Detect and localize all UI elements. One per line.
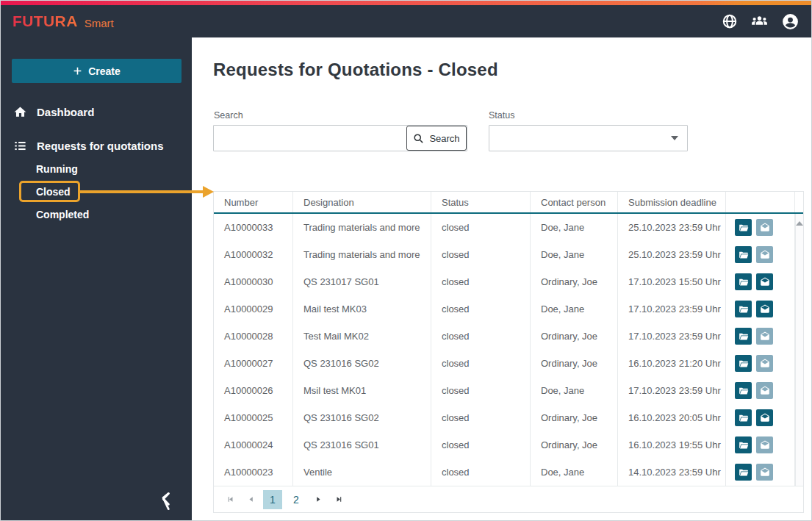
table-scrollbar[interactable] bbox=[795, 214, 803, 486]
sidebar-item-label: Requests for quotations bbox=[37, 140, 164, 152]
open-folder-button[interactable] bbox=[735, 301, 752, 317]
column-header-designation[interactable]: Designation bbox=[293, 192, 431, 212]
sidebar-subitem-running[interactable]: Running bbox=[1, 159, 192, 179]
annotation-arrow-line bbox=[79, 190, 203, 193]
open-folder-button[interactable] bbox=[735, 464, 752, 481]
open-folder-button[interactable] bbox=[735, 409, 752, 426]
table-row[interactable]: A10000023 Ventile closed Doe, Jane 14.10… bbox=[214, 459, 803, 486]
open-quotation-mail-button[interactable] bbox=[756, 301, 773, 317]
status-label: Status bbox=[489, 110, 514, 121]
collapse-sidebar-button[interactable] bbox=[157, 487, 176, 511]
status-select[interactable] bbox=[489, 125, 688, 151]
cell-submission-deadline: 16.10.2023 21:20 Uhr bbox=[618, 350, 726, 377]
open-folder-button[interactable] bbox=[735, 382, 752, 399]
page-button-1[interactable]: 1 bbox=[263, 490, 282, 509]
cell-contact-person: Doe, Jane bbox=[531, 377, 618, 404]
cell-number: A10000024 bbox=[214, 431, 293, 459]
cell-submission-deadline: 17.10.2023 23:59 Uhr bbox=[618, 323, 726, 350]
open-quotation-mail-button[interactable] bbox=[756, 273, 773, 290]
page-button-2[interactable]: 2 bbox=[287, 490, 306, 509]
table-row[interactable]: A10000033 Trading materials and more clo… bbox=[214, 214, 803, 241]
open-folder-button[interactable] bbox=[735, 328, 752, 345]
sidebar-item-dashboard[interactable]: Dashboard bbox=[1, 101, 192, 123]
sidebar-item-requests-for-quotations[interactable]: Requests for quotations bbox=[1, 134, 192, 157]
table-row[interactable]: A10000026 Msil test MK01 closed Doe, Jan… bbox=[214, 377, 803, 404]
column-header-contact-person[interactable]: Contact person bbox=[531, 192, 618, 212]
cell-status: closed bbox=[431, 431, 531, 459]
cell-designation: QS 231016 SG01 bbox=[293, 431, 431, 459]
globe-icon[interactable] bbox=[722, 13, 738, 29]
chevron-down-icon bbox=[671, 136, 678, 140]
cell-actions bbox=[726, 404, 795, 431]
create-button-label: Create bbox=[88, 65, 121, 77]
open-quotation-mail-button[interactable] bbox=[756, 382, 773, 399]
annotation-arrow-head bbox=[203, 186, 214, 198]
cell-status: closed bbox=[431, 404, 531, 431]
app-header: FUTURA Smart bbox=[1, 5, 811, 37]
column-header-submission-deadline[interactable]: Submission deadline bbox=[618, 192, 726, 212]
sidebar-subitem-label: Completed bbox=[36, 209, 89, 220]
cell-actions bbox=[726, 377, 795, 404]
page-title: Requests for Quotations - Closed bbox=[213, 60, 498, 80]
open-quotation-mail-button[interactable] bbox=[756, 246, 773, 263]
column-header-number[interactable]: Number bbox=[214, 192, 293, 212]
cell-status: closed bbox=[431, 323, 531, 350]
column-header-status[interactable]: Status bbox=[431, 192, 531, 212]
open-folder-button[interactable] bbox=[735, 246, 752, 263]
cell-submission-deadline: 17.10.2023 23:59 Uhr bbox=[618, 295, 726, 323]
open-quotation-mail-button[interactable] bbox=[756, 464, 773, 481]
cell-submission-deadline: 14.10.2023 23:59 Uhr bbox=[618, 459, 726, 486]
open-folder-button[interactable] bbox=[735, 219, 752, 236]
create-button[interactable]: Create bbox=[12, 59, 182, 83]
table-row[interactable]: A10000027 QS 231016 SG02 closed Ordinary… bbox=[214, 350, 803, 377]
pagination: 12 bbox=[214, 486, 803, 512]
sidebar-subitem-label: Running bbox=[36, 163, 78, 175]
open-folder-button[interactable] bbox=[735, 436, 752, 453]
scroll-up-icon[interactable] bbox=[796, 221, 803, 226]
users-icon[interactable] bbox=[750, 12, 769, 31]
open-folder-button[interactable] bbox=[735, 355, 752, 372]
open-quotation-mail-button[interactable] bbox=[756, 355, 773, 372]
app-logo-suffix: Smart bbox=[85, 17, 114, 29]
account-icon[interactable] bbox=[781, 12, 800, 31]
table-row[interactable]: A10000029 Mail test MK03 closed Doe, Jan… bbox=[214, 295, 803, 323]
cell-status: closed bbox=[431, 214, 531, 241]
table-row[interactable]: A10000028 Test Mail MK02 closed Ordinary… bbox=[214, 323, 803, 350]
cell-status: closed bbox=[431, 295, 531, 323]
cell-number: A10000023 bbox=[214, 459, 293, 486]
cell-actions bbox=[726, 350, 795, 377]
search-button[interactable]: Search bbox=[406, 126, 467, 151]
open-folder-button[interactable] bbox=[735, 273, 752, 290]
open-quotation-mail-button[interactable] bbox=[756, 328, 773, 345]
cell-contact-person: Ordinary, Joe bbox=[531, 431, 618, 459]
cell-actions bbox=[726, 268, 795, 295]
cell-submission-deadline: 17.10.2023 15:50 Uhr bbox=[618, 268, 726, 295]
cell-designation: Trading materials and more bbox=[293, 214, 431, 241]
cell-contact-person: Doe, Jane bbox=[531, 459, 618, 486]
table-row[interactable]: A10000030 QS 231017 SG01 closed Ordinary… bbox=[214, 268, 803, 295]
cell-contact-person: Ordinary, Joe bbox=[531, 404, 618, 431]
cell-contact-person: Doe, Jane bbox=[531, 214, 618, 241]
app-logo: FUTURA bbox=[12, 12, 78, 30]
table-body: A10000033 Trading materials and more clo… bbox=[214, 214, 803, 486]
chevron-left-icon bbox=[157, 487, 176, 511]
cell-actions bbox=[726, 295, 795, 323]
first-page-button[interactable] bbox=[222, 492, 238, 508]
quotations-table: Number Designation Status Contact person… bbox=[213, 191, 804, 513]
cell-submission-deadline: 25.10.2023 23:59 Uhr bbox=[618, 214, 726, 241]
cell-actions bbox=[726, 214, 795, 241]
next-page-button[interactable] bbox=[310, 492, 326, 508]
open-quotation-mail-button[interactable] bbox=[756, 436, 773, 453]
last-page-button[interactable] bbox=[331, 492, 347, 508]
previous-page-button[interactable] bbox=[242, 492, 259, 508]
cell-designation: Mail test MK03 bbox=[293, 295, 431, 323]
sidebar-subitem-completed[interactable]: Completed bbox=[1, 204, 192, 225]
table-row[interactable]: A10000024 QS 231016 SG01 closed Ordinary… bbox=[214, 431, 803, 459]
cell-designation: QS 231017 SG01 bbox=[293, 268, 431, 295]
table-row[interactable]: A10000025 QS 231016 SG02 closed Ordinary… bbox=[214, 404, 803, 431]
open-quotation-mail-button[interactable] bbox=[756, 409, 773, 426]
cell-status: closed bbox=[431, 350, 531, 377]
cell-number: A10000026 bbox=[214, 377, 293, 404]
table-row[interactable]: A10000032 Trading materials and more clo… bbox=[214, 241, 803, 268]
open-quotation-mail-button[interactable] bbox=[756, 219, 773, 236]
